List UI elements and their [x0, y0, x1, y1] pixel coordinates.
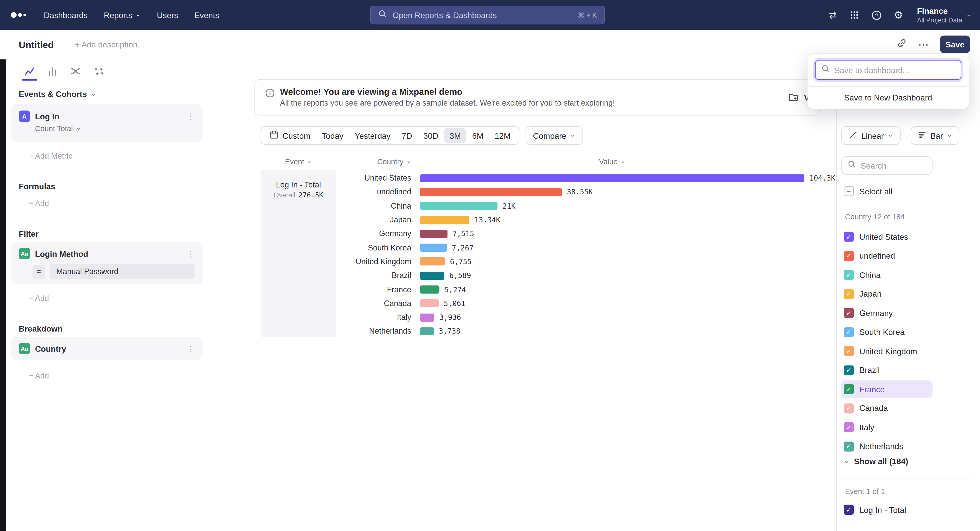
range-30d[interactable]: 30D — [418, 128, 444, 143]
save-to-new-dashboard-option[interactable]: Save to New Dashboard — [808, 86, 969, 109]
segment-search[interactable] — [841, 156, 932, 175]
chart-type-button[interactable]: Bar⌄ — [910, 126, 959, 145]
nav-item-users[interactable]: Users — [157, 10, 178, 20]
column-header-event[interactable]: Event⌄ — [261, 157, 336, 166]
add-filter-button[interactable]: + Add — [29, 294, 49, 303]
kebab-menu-icon[interactable]: ⋮ — [187, 249, 195, 258]
checkbox-checked-icon[interactable]: ✓ — [844, 251, 854, 261]
range-6m[interactable]: 6M — [466, 128, 489, 143]
select-all-row[interactable]: – Select all — [844, 186, 892, 196]
kebab-menu-icon[interactable]: ⋮ — [187, 345, 195, 353]
nav-item-events[interactable]: Events — [194, 10, 219, 20]
bar-segment[interactable] — [420, 327, 434, 335]
country-checkbox-row[interactable]: ✓United States — [841, 228, 932, 246]
save-dashboard-input[interactable] — [834, 65, 955, 75]
event-checkbox-row[interactable]: ✓ Log In - Total — [844, 501, 906, 518]
range-7d[interactable]: 7D — [396, 128, 418, 143]
project-switcher[interactable]: Finance All Project Data ⌄ — [915, 6, 971, 24]
column-header-country[interactable]: Country⌄ — [341, 157, 411, 166]
help-icon[interactable]: ? — [871, 10, 882, 21]
checkbox-checked-icon[interactable]: ✓ — [844, 289, 854, 299]
tab-scatter[interactable] — [91, 63, 107, 81]
range-today[interactable]: Today — [316, 128, 349, 143]
checkbox-checked-icon[interactable]: ✓ — [844, 441, 854, 451]
project-info: Finance All Project Data — [917, 6, 962, 24]
apps-grid-icon[interactable] — [849, 10, 860, 21]
country-checkbox-row[interactable]: ✓France — [841, 380, 932, 398]
bar-segment[interactable] — [420, 188, 562, 196]
breakdown-card[interactable]: Aa Country ⋮ — [11, 337, 202, 360]
chart-row: United Kingdom6,755 — [261, 255, 835, 269]
tab-flows[interactable] — [68, 63, 83, 81]
range-12m[interactable]: 12M — [489, 128, 516, 143]
bar-segment[interactable] — [420, 230, 448, 238]
kebab-menu-icon[interactable]: ⋮ — [187, 112, 195, 120]
save-button[interactable]: Save — [940, 36, 970, 53]
country-checkbox-row[interactable]: ✓Germany — [841, 304, 932, 322]
checkbox-checked-icon[interactable]: ✓ — [844, 270, 854, 280]
bar-segment[interactable] — [420, 258, 445, 266]
aggregation-selector[interactable]: Count Total⌄ — [11, 122, 202, 133]
filter-card[interactable]: Aa Login Method ⋮ = Manual Password — [11, 242, 202, 284]
country-checkbox-row[interactable]: ✓South Korea — [841, 323, 932, 341]
column-header-value[interactable]: Value⌄ — [420, 157, 804, 166]
settings-gear-icon[interactable]: ⚙ — [893, 10, 904, 21]
nav-item-reports[interactable]: Reports⌄ — [104, 10, 141, 20]
scale-selector-button[interactable]: Linear⌄ — [841, 126, 900, 145]
checkbox-checked-icon[interactable]: ✓ — [844, 232, 854, 242]
country-checkbox-row[interactable]: ✓China — [841, 266, 932, 284]
events-cohorts-label[interactable]: Events & Cohorts⌄ — [19, 89, 96, 99]
event-checkbox[interactable]: ✓ — [844, 505, 854, 515]
data-in-out-icon[interactable] — [827, 10, 838, 21]
checkbox-checked-icon[interactable]: ✓ — [844, 384, 854, 394]
checkbox-checked-icon[interactable]: ✓ — [844, 308, 854, 318]
bar-segment[interactable] — [420, 313, 434, 321]
mixpanel-logo[interactable] — [10, 10, 29, 20]
tab-bar-chart[interactable] — [45, 63, 60, 81]
bar-segment[interactable] — [420, 216, 469, 224]
range-custom[interactable]: Custom — [264, 128, 316, 143]
more-options-icon[interactable]: ⋯ — [918, 39, 929, 50]
report-title[interactable]: Untitled — [19, 39, 54, 50]
show-all-toggle[interactable]: ⌄ Show all (184) — [844, 457, 908, 466]
breakdown-property-name[interactable]: Country — [35, 344, 66, 353]
filter-value-field[interactable]: Manual Password — [50, 264, 195, 279]
add-description-placeholder[interactable]: + Add description... — [75, 40, 144, 49]
filter-operator[interactable]: = — [32, 265, 45, 279]
checkbox-checked-icon[interactable]: ✓ — [844, 346, 854, 356]
filter-property-name[interactable]: Login Method — [35, 249, 88, 258]
country-checkbox-row[interactable]: ✓Canada — [841, 399, 932, 417]
checkbox-checked-icon[interactable]: ✓ — [844, 403, 854, 413]
segment-search-input[interactable] — [861, 161, 926, 170]
country-checkbox-row[interactable]: ✓Italy — [841, 418, 932, 436]
copy-link-icon[interactable] — [897, 38, 907, 51]
country-checkbox-row[interactable]: ✓United Kingdom — [841, 342, 932, 360]
nav-item-dashboards[interactable]: Dashboards — [44, 10, 88, 20]
bar-segment[interactable] — [420, 202, 498, 210]
range-yesterday[interactable]: Yesterday — [349, 128, 396, 143]
global-search-button[interactable]: Open Reports & Dashboards ⌘ + K — [370, 6, 605, 24]
metric-name[interactable]: Log In — [35, 111, 59, 121]
view-dashboard-button[interactable]: V — [788, 87, 809, 108]
checkbox-checked-icon[interactable]: ✓ — [844, 327, 854, 337]
add-formula-button[interactable]: + Add — [29, 199, 49, 208]
checkbox-checked-icon[interactable]: ✓ — [844, 422, 854, 432]
save-dashboard-search[interactable] — [815, 60, 961, 80]
range-3m[interactable]: 3M — [444, 128, 466, 143]
bar-segment[interactable] — [420, 174, 804, 182]
checkbox-checked-icon[interactable]: ✓ — [844, 365, 854, 375]
checkbox-indeterminate-icon[interactable]: – — [844, 186, 854, 196]
compare-button[interactable]: Compare⌄ — [525, 126, 583, 145]
bar-segment[interactable] — [420, 285, 439, 293]
country-checkbox-row[interactable]: ✓undefined — [841, 247, 932, 265]
country-checkbox-row[interactable]: ✓Brazil — [841, 361, 932, 379]
add-breakdown-button[interactable]: + Add — [29, 372, 49, 380]
tab-line-chart[interactable] — [22, 63, 37, 81]
bar-segment[interactable] — [420, 272, 445, 280]
bar-segment[interactable] — [420, 244, 447, 252]
country-checkbox-row[interactable]: ✓Netherlands — [841, 437, 932, 455]
bar-segment[interactable] — [420, 300, 439, 308]
add-metric-button[interactable]: + Add Metric — [29, 152, 73, 160]
country-checkbox-row[interactable]: ✓Japan — [841, 285, 932, 303]
metric-card[interactable]: A Log In ⋮ Count Total⌄ — [11, 104, 202, 142]
